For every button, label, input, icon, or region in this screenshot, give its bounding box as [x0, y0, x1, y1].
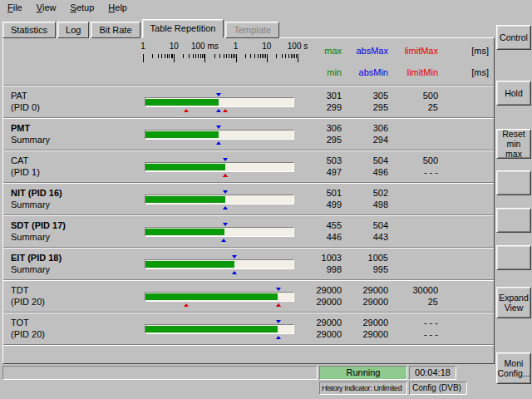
softkey-moni-config[interactable]: Moni Config...	[496, 352, 531, 384]
value-minmax: 29000 29000	[298, 280, 344, 312]
scale-tick	[219, 54, 220, 58]
scale-tick	[143, 54, 144, 62]
scale-tick	[260, 54, 261, 58]
tab-statistics[interactable]: Statistics	[2, 22, 56, 38]
table-header: 110100 ms110100 s max min absMax absMin …	[3, 38, 494, 85]
elapsed-time: 00:04:18	[409, 366, 456, 380]
scale-tick	[233, 54, 234, 58]
marker-strip-bottom	[145, 205, 294, 209]
menu-view[interactable]: View	[31, 2, 62, 13]
value-min: 499	[298, 199, 342, 210]
value-max: 29000	[298, 317, 342, 328]
scale-tick	[245, 54, 246, 58]
table-row[interactable]: PMT Summary 306 295 306 294	[3, 117, 494, 150]
scale-tick	[193, 54, 194, 58]
col-header-max: max	[324, 46, 342, 56]
col-unit: [ms] [ms]	[441, 38, 494, 85]
limit-max-marker	[276, 303, 281, 307]
row-subtitle: (PID 0)	[11, 101, 143, 113]
limit-max-marker	[223, 174, 228, 177]
value-limitmax: 500	[391, 90, 438, 101]
value-limit: - - - - - -	[391, 313, 441, 344]
value-limit	[391, 183, 441, 214]
table-row[interactable]: NIT (PID 16) Summary 501 499 502 498	[3, 182, 494, 214]
scale-tick	[224, 54, 224, 58]
history-indicator: History Indicator: Unlimited	[319, 382, 407, 395]
scale-tick	[161, 54, 162, 58]
scale-tick	[294, 54, 295, 58]
table-row[interactable]: SDT (PID 17) Summary 455 446 504 443	[3, 214, 494, 247]
scale-tick	[169, 54, 170, 58]
tab-bit-rate[interactable]: Bit Rate	[91, 22, 140, 38]
value-absmax: 504	[344, 155, 388, 166]
row-subtitle: Summary	[11, 231, 143, 243]
scale-label: 10	[262, 42, 271, 51]
table-bottom-groove	[3, 344, 494, 346]
softkey-expand-view[interactable]: Expand View	[496, 287, 531, 318]
table-row[interactable]: EIT (PID 18) Summary 1003 998 1005 995	[3, 247, 494, 279]
value-abs: 29000 29000	[344, 280, 391, 312]
bar-fill	[145, 196, 225, 203]
softkey-blank-3	[496, 245, 531, 270]
bar-track	[145, 97, 294, 107]
menu-file[interactable]: File	[2, 2, 28, 13]
ts-analyzer-window: File View Setup Help Statistics Log Bit …	[0, 0, 532, 17]
limit-max-marker	[223, 109, 228, 112]
row-label: SDT (PID 17) Summary	[3, 215, 143, 247]
row-title: TDT	[11, 284, 143, 296]
scale-tick	[171, 54, 172, 58]
marker-strip-bottom	[145, 303, 294, 307]
col-limit: limitMax limitMin	[391, 38, 441, 85]
table-row[interactable]: TDT (PID 20) 29000 29000 29000 29000 300…	[3, 279, 494, 312]
scale-tick	[202, 54, 203, 58]
scale-tick	[204, 54, 205, 62]
col-header-limitmin: limitMin	[407, 67, 438, 77]
table-row[interactable]: CAT (PID 1) 503 497 504 496 500 - - -	[3, 150, 494, 182]
value-absmin: 995	[344, 264, 388, 275]
softkey-blank-1	[496, 170, 531, 195]
softkey-blank-2	[496, 208, 531, 233]
value-limitmax: 30000	[391, 284, 438, 296]
bar-fill	[145, 261, 234, 268]
repetition-bar	[143, 118, 298, 150]
row-label: PAT (PID 0)	[3, 86, 143, 117]
value-min: 29000	[298, 296, 342, 308]
scale-tick	[250, 54, 251, 58]
marker-strip-bottom	[145, 140, 294, 145]
scale-tick	[183, 54, 184, 58]
bar-fill	[145, 99, 219, 106]
menu-setup[interactable]: Setup	[65, 2, 101, 13]
menu-help[interactable]: Help	[102, 2, 133, 13]
value-max: 306	[298, 122, 342, 134]
tab-table-repetition[interactable]: Table Repetition	[142, 19, 224, 38]
row-title: EIT (PID 18)	[11, 252, 143, 264]
abs-min-marker	[216, 109, 221, 112]
abs-max-marker	[276, 320, 281, 323]
value-absmax: 29000	[344, 317, 388, 328]
scale-tick	[291, 54, 292, 58]
scale-label: 1	[140, 42, 145, 51]
value-limit: 500 - - -	[391, 150, 441, 182]
value-minmax: 306 295	[298, 118, 344, 150]
table-row[interactable]: PAT (PID 0) 301 299 305 295 500 25	[3, 85, 494, 117]
row-subtitle: Summary	[11, 134, 143, 145]
value-absmin: 29000	[344, 296, 388, 308]
abs-min-marker	[276, 336, 281, 339]
abs-max-marker	[216, 93, 221, 96]
bar-fill	[145, 164, 225, 170]
status-message-field	[2, 366, 318, 380]
col-header-min: min	[327, 67, 342, 77]
unit-label-bottom: [ms]	[471, 67, 489, 77]
softkey-reset-min-max[interactable]: Reset min max	[496, 129, 531, 159]
scale-tick	[264, 54, 264, 58]
col-header-absmin: absMin	[359, 67, 388, 77]
value-limit	[391, 215, 441, 247]
unit-label-top: [ms]	[471, 46, 489, 56]
value-max: 501	[298, 187, 342, 199]
softkey-control[interactable]: Control	[496, 25, 531, 50]
table-repetition-panel: 110100 ms110100 s max min absMax absMin …	[2, 37, 495, 364]
value-limit: 30000 25	[391, 280, 441, 312]
table-row[interactable]: TOT (PID 20) 29000 29000 29000 29000 - -…	[3, 312, 494, 344]
softkey-hold[interactable]: Hold	[496, 81, 531, 106]
tab-log[interactable]: Log	[57, 22, 89, 38]
